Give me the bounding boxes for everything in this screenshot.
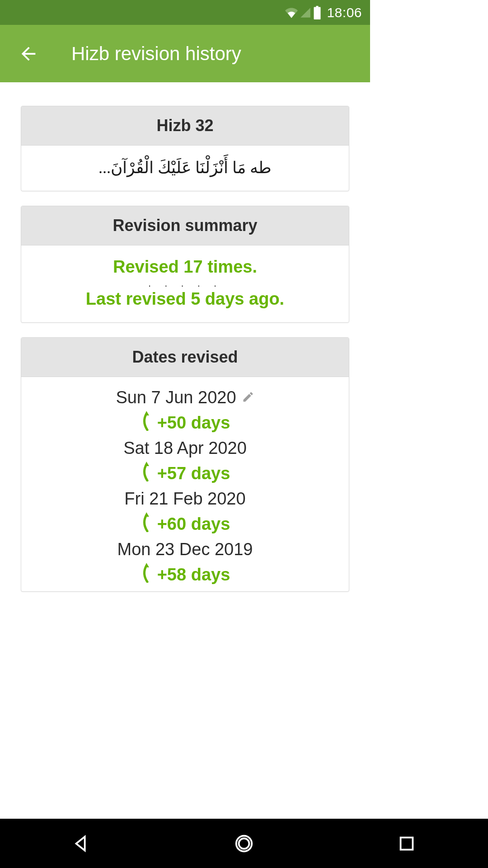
battery-icon [313,6,321,19]
summary-card-header: Revision summary [21,206,349,245]
hizb-arabic-text: طه مَا أَنْزَلْنَا عَلَيْكَ الْقُرْآنَ..… [26,155,344,180]
curve-up-icon [140,512,151,536]
hizb-card-header: Hizb 32 [21,106,349,146]
date-text: Mon 23 Dec 2019 [117,540,253,559]
gap-row: +58 days [26,563,344,587]
gap-text: +60 days [157,514,230,534]
date-row: Mon 23 Dec 2019 [26,540,344,559]
status-bar: 18:06 [0,0,370,25]
wifi-icon [285,6,298,19]
gap-row: +57 days [26,462,344,486]
hizb-card-body: طه مَا أَنْزَلْنَا عَلَيْكَ الْقُرْآنَ..… [21,146,349,191]
summary-dots: . . . . . [26,278,344,289]
gap-row: +60 days [26,512,344,536]
page-title: Hizb revision history [71,43,241,65]
curve-up-icon [140,563,151,587]
signal-icon [300,7,311,19]
date-text: Sat 18 Apr 2020 [123,439,247,458]
date-row: Sat 18 Apr 2020 [26,439,344,458]
date-text: Sun 7 Jun 2020 [116,388,236,407]
back-button[interactable] [18,43,39,64]
summary-last-revised: Last revised 5 days ago. [26,289,344,309]
gap-row: +50 days [26,411,344,435]
content-area: Hizb 32 طه مَا أَنْزَلْنَا عَلَيْكَ الْق… [0,82,370,609]
gap-text: +58 days [157,565,230,585]
gap-text: +57 days [157,464,230,483]
dates-card: Dates revised Sun 7 Jun 2020 +50 days Sa… [21,337,349,592]
summary-card-body: Revised 17 times. . . . . . Last revised… [21,245,349,322]
date-row: Sun 7 Jun 2020 [26,388,344,407]
date-text: Fri 21 Feb 2020 [124,489,245,509]
dates-card-body: Sun 7 Jun 2020 +50 days Sat 18 Apr 2020 … [21,377,349,591]
status-clock: 18:06 [327,5,362,20]
app-bar: Hizb revision history [0,25,370,82]
gap-text: +50 days [157,413,230,433]
hizb-card: Hizb 32 طه مَا أَنْزَلْنَا عَلَيْكَ الْق… [21,106,349,191]
summary-card: Revision summary Revised 17 times. . . .… [21,206,349,323]
summary-revised-count: Revised 17 times. [26,257,344,277]
edit-icon[interactable] [242,388,254,407]
dates-card-header: Dates revised [21,338,349,377]
curve-up-icon [140,462,151,486]
curve-up-icon [140,411,151,435]
date-row: Fri 21 Feb 2020 [26,489,344,509]
